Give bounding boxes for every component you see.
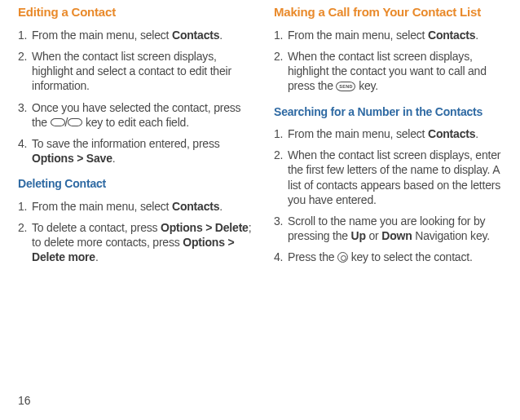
searching-number-steps: From the main menu, select Contacts. Whe…: [274, 126, 509, 265]
text: Press the: [288, 250, 337, 263]
heading-making-call: Making a Call from Your Contact List: [274, 5, 509, 20]
text: When the contact list screen displays, h…: [32, 50, 231, 92]
text: .: [475, 29, 478, 42]
text: From the main menu, select: [288, 29, 428, 42]
list-item: From the main menu, select Contacts.: [18, 199, 253, 214]
list-item: To save the information entered, press O…: [18, 136, 253, 166]
send-key-icon: SEND: [336, 82, 355, 91]
list-item: When the contact list screen displays, h…: [18, 49, 253, 94]
page-number: 16: [18, 394, 31, 407]
right-column: Making a Call from Your Contact List Fro…: [274, 5, 509, 272]
softkey-left-icon: [51, 118, 65, 126]
text: .: [95, 250, 99, 263]
text: .: [112, 152, 116, 165]
list-item: To delete a contact, press Options > Del…: [18, 220, 253, 265]
bold-text: Contacts: [172, 29, 219, 42]
list-item: Scroll to the name you are looking for b…: [274, 214, 509, 243]
text: To save the information entered, press: [32, 137, 220, 150]
editing-contact-steps: From the main menu, select Contacts. Whe…: [18, 28, 253, 166]
manual-page: Editing a Contact From the main menu, se…: [0, 0, 520, 272]
text: key to edit each field.: [82, 116, 189, 129]
left-column: Editing a Contact From the main menu, se…: [18, 5, 253, 272]
text: or: [366, 229, 381, 242]
text: .: [219, 29, 223, 42]
list-item: From the main menu, select Contacts.: [274, 126, 509, 141]
bold-text: Contacts: [428, 127, 475, 140]
list-item: Press the key to select the contact.: [274, 250, 509, 264]
list-item: Once you have selected the contact, pres…: [18, 100, 253, 130]
text: From the main menu, select: [32, 29, 172, 42]
deleting-contact-steps: From the main menu, select Contacts. To …: [18, 199, 253, 265]
list-item: When the contact list screen displays, e…: [274, 148, 509, 207]
text: .: [475, 127, 478, 140]
text: From the main menu, select: [32, 200, 172, 213]
bold-text: Options > Delete: [161, 221, 249, 234]
heading-editing-contact: Editing a Contact: [18, 5, 253, 20]
list-item: From the main menu, select Contacts.: [18, 28, 253, 42]
list-item: When the contact list screen displays, h…: [274, 49, 509, 94]
text: When the contact list screen displays, h…: [288, 50, 487, 92]
bold-text: Contacts: [428, 29, 475, 42]
bold-text: Contacts: [172, 200, 219, 213]
text: When the contact list screen displays, e…: [288, 148, 500, 206]
heading-deleting-contact: Deleting Contact: [18, 177, 253, 192]
heading-searching-number: Searching for a Number in the Contacts: [274, 105, 509, 120]
text: From the main menu, select: [288, 127, 428, 140]
list-item: From the main menu, select Contacts.: [274, 28, 509, 42]
text: .: [219, 200, 223, 213]
making-call-steps: From the main menu, select Contacts. Whe…: [274, 28, 509, 94]
bold-text: Up: [351, 229, 366, 242]
bold-text: Down: [381, 229, 412, 242]
ok-key-icon: [337, 252, 348, 263]
softkey-right-icon: [68, 118, 82, 126]
bold-text: Options > Save: [32, 152, 112, 165]
text: key.: [355, 79, 378, 92]
text: To delete a contact, press: [32, 221, 161, 234]
text: Navigation key.: [412, 229, 490, 242]
text: key to select the contact.: [348, 250, 473, 263]
